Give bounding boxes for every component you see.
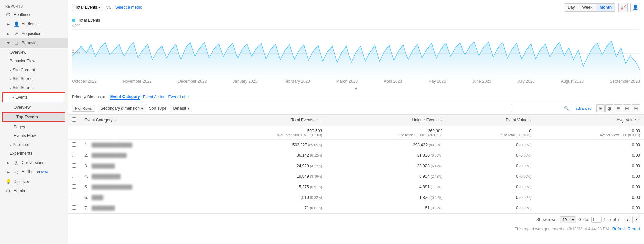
rows-control: Show rows: 10 25 50 100 Go to: 1 - 7 of …	[536, 216, 620, 223]
sidebar-item-events-overview[interactable]: Overview	[0, 103, 68, 112]
refresh-report-link[interactable]: Refresh Report	[612, 227, 640, 231]
row-total-events-6: 71	[304, 206, 309, 210]
chart-type-button[interactable]: 📈	[618, 3, 628, 12]
plot-rows-button[interactable]: Plot Rows	[72, 105, 95, 112]
next-page-button[interactable]: ›	[632, 216, 640, 223]
advanced-link[interactable]: advanced	[575, 106, 592, 110]
event-category-info-icon: ?	[115, 118, 117, 122]
events-highlight-box: ▾ Events	[2, 92, 65, 102]
week-button[interactable]: Week	[579, 4, 596, 11]
header-total-events[interactable]: Total Events ? ↓	[206, 115, 326, 126]
sidebar-item-site-speed[interactable]: ▸ Site Speed	[0, 74, 68, 83]
row-total-events-2: 24,929	[297, 164, 309, 168]
row-checkbox-0[interactable]	[72, 142, 76, 147]
sidebar-item-publisher[interactable]: ▸ Publisher	[0, 140, 68, 149]
header-checkbox-cell	[68, 115, 80, 126]
row-checkbox-4[interactable]	[72, 184, 76, 189]
row-total-events-5: 1,910	[299, 195, 309, 200]
row-checkbox-6[interactable]	[72, 205, 76, 210]
chart-svg	[72, 29, 640, 78]
acquisition-expand-icon: ▸	[5, 31, 11, 36]
row-category-text-6: ████████	[92, 206, 115, 210]
header-event-value[interactable]: Event Value ?	[447, 115, 535, 126]
admin-icon: ⚙	[5, 188, 11, 194]
primary-dim-label: Primary Dimension:	[72, 95, 108, 99]
row-category-text-1: ████████████	[92, 153, 126, 158]
row-ev-pct-0: (0.00%)	[519, 143, 531, 147]
sidebar-item-experiments[interactable]: Experiments	[0, 149, 68, 158]
secondary-dimension-dropdown[interactable]: Secondary dimension ▾	[98, 105, 146, 112]
row-total-pct-5: (0.32%)	[310, 196, 322, 200]
sidebar-item-pages[interactable]: Pages	[0, 123, 68, 131]
row-total-pct-2: (4.22%)	[310, 164, 322, 168]
table-row: 1. ██████████████ 502,227 (85.05%) 298,4…	[68, 140, 644, 150]
sidebar-item-events[interactable]: ▾ Events	[3, 93, 65, 102]
row-avg-value-1: 0.00	[632, 153, 640, 158]
header-event-category[interactable]: Event Category ?	[80, 115, 206, 126]
rows-select[interactable]: 10 25 50 100	[560, 216, 576, 223]
search-icon: 🔍	[564, 106, 569, 111]
select-metric-link[interactable]: Select a metric	[115, 5, 142, 10]
sidebar-item-admin[interactable]: ⚙ Admin	[0, 186, 68, 196]
avg-value-info-icon: ?	[638, 118, 640, 122]
sidebar-item-acquisition[interactable]: ▸ ↗ Acquisition	[0, 29, 68, 38]
sidebar-item-events-flow[interactable]: Events Flow	[0, 131, 68, 140]
annotate-button[interactable]: 👤	[630, 3, 640, 12]
day-button[interactable]: Day	[564, 4, 579, 11]
row-checkbox-5[interactable]	[72, 195, 76, 199]
row-checkbox-2[interactable]	[72, 163, 76, 168]
row-total-events-0: 502,227	[292, 143, 307, 147]
sidebar-item-discover[interactable]: 💡 Discover	[0, 177, 68, 186]
dim-event-label[interactable]: Event Label	[168, 95, 189, 99]
goto-input[interactable]	[591, 217, 602, 223]
sidebar-item-conversions[interactable]: ▸ ◎ Conversions	[0, 158, 68, 167]
summary-checkbox-cell	[68, 126, 80, 140]
row-unique-pct-0: (80.68%)	[429, 143, 443, 147]
month-button[interactable]: Month	[596, 4, 615, 11]
metric-pill[interactable]: Total Events ▾	[72, 4, 103, 11]
pivot-view-button[interactable]: ⊟	[623, 104, 631, 112]
sidebar-item-overview[interactable]: Overview	[0, 48, 68, 57]
prev-page-button[interactable]: ‹	[624, 216, 631, 223]
sidebar-item-audience[interactable]: ▸ 👤 Audience	[0, 19, 68, 29]
custom-view-button[interactable]: ⊞	[632, 104, 640, 112]
site-content-expand-icon: ▸	[10, 68, 11, 72]
row-total-events-cell-4: 5,375 (0.91%)	[206, 182, 326, 192]
row-checkbox-3[interactable]	[72, 174, 76, 178]
summary-event-value: 0	[451, 129, 531, 133]
sort-type-dropdown[interactable]: Default ▾	[170, 105, 192, 112]
dim-event-action[interactable]: Event Action	[143, 95, 166, 99]
sidebar-item-realtime[interactable]: ⏱ Realtime	[0, 10, 68, 19]
dim-event-category[interactable]: Event Category	[110, 94, 140, 100]
row-total-pct-0: (85.05%)	[308, 143, 322, 147]
top-toolbar: Total Events ▾ VS. Select a metric Day W…	[68, 0, 644, 15]
row-num-1: 2.	[84, 153, 88, 158]
sidebar-item-site-content[interactable]: ▸ Site Content	[0, 65, 68, 74]
total-events-label: Total Events	[291, 118, 313, 123]
row-total-events-3: 19,849	[297, 174, 309, 179]
discover-icon: 💡	[5, 179, 11, 184]
sidebar: REPORTS ⏱ Realtime ▸ 👤 Audience ▸ ↗ Acqu…	[0, 0, 68, 244]
bar-view-button[interactable]: ≡	[614, 104, 622, 112]
beta-badge: BETA	[41, 171, 48, 174]
grid-view-button[interactable]: ⊞	[596, 104, 605, 112]
legend-dot	[72, 19, 75, 22]
header-unique-events[interactable]: Unique Events ?	[326, 115, 447, 126]
select-all-checkbox[interactable]	[72, 117, 76, 122]
search-input[interactable]	[513, 106, 564, 110]
row-checkbox-1[interactable]	[72, 153, 76, 157]
header-avg-value[interactable]: Avg. Value ?	[535, 115, 644, 126]
sidebar-item-behavior-flow[interactable]: Behavior Flow	[0, 57, 68, 65]
behavior-icon: □	[14, 40, 19, 46]
row-checkbox-cell-2	[68, 161, 80, 171]
row-unique-events-6: 61	[425, 206, 430, 210]
conversions-expand-icon: ▸	[5, 160, 11, 165]
sidebar-item-site-search[interactable]: ▸ Site Search	[0, 83, 68, 92]
chart-collapse-button[interactable]: ▾	[72, 85, 640, 92]
sidebar-item-behavior[interactable]: ▾ □ Behavior	[0, 38, 68, 48]
row-num-2: 3.	[84, 164, 88, 168]
pie-view-button[interactable]: ◕	[605, 104, 613, 112]
sidebar-item-top-events[interactable]: Top Events	[3, 113, 65, 121]
sidebar-item-attribution[interactable]: ▸ ◎ Attribution BETA	[0, 167, 68, 177]
event-value-label: Event Value	[506, 118, 527, 123]
